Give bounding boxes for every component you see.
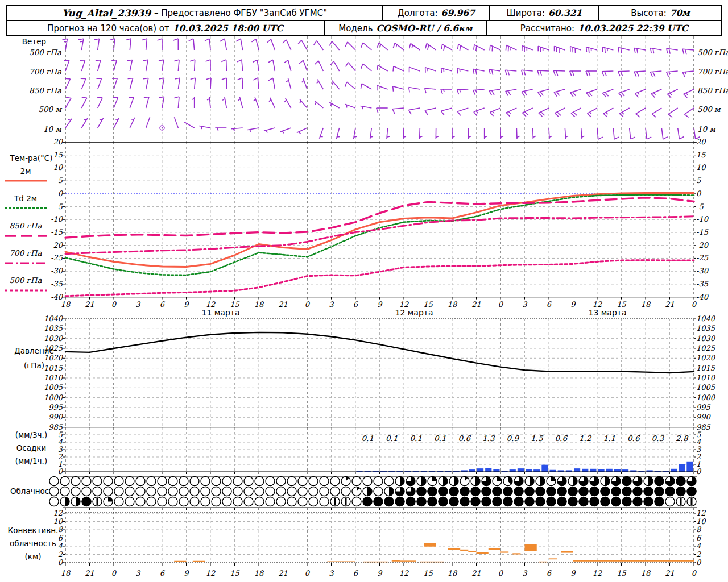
precip-3h-value: 1.5 bbox=[531, 434, 544, 443]
hour-label: 15 bbox=[617, 300, 626, 309]
precip-bar bbox=[485, 468, 491, 472]
pressure-tick-right: 1000 bbox=[696, 393, 716, 402]
precip-bar bbox=[671, 469, 677, 472]
pressure-tick-right: 995 bbox=[696, 403, 711, 411]
legend-label: 2м bbox=[20, 167, 31, 176]
bottom-hour-label: 9 bbox=[184, 569, 189, 577]
hour-label: 3 bbox=[329, 300, 334, 309]
precip-1h-label: (мм/1ч.) bbox=[15, 456, 47, 465]
convective-tick-right: 8 bbox=[696, 525, 702, 534]
bottom-hour-label: 21 bbox=[665, 569, 675, 577]
precip-3h-value: 1.3 bbox=[482, 434, 495, 443]
hour-label: 0 bbox=[111, 300, 117, 309]
meteogram-chart: Ветер500 гПа500 гПа700 гПа700 гПа850 гПа… bbox=[0, 0, 728, 582]
hour-label: 9 bbox=[184, 300, 189, 309]
pressure-tick-right: 1025 bbox=[696, 344, 715, 352]
bottom-hour-label: 12 bbox=[399, 569, 409, 577]
temp-tick-left: -10 bbox=[51, 215, 64, 223]
temp-panel-title: Тем-ра(°C) bbox=[9, 153, 52, 163]
hour-label: 18 bbox=[641, 300, 651, 309]
convective-tick-right: 0 bbox=[696, 558, 702, 567]
pressure-tick-left: 1040 bbox=[44, 314, 64, 323]
convective-block bbox=[549, 558, 557, 559]
convective-tick-right: 6 bbox=[696, 534, 702, 542]
convective-tick-left: 10 bbox=[53, 517, 63, 526]
pressure-tick-right: 1010 bbox=[696, 373, 716, 382]
precip-bar bbox=[582, 469, 588, 472]
pressure-tick-right: 1005 bbox=[696, 383, 715, 392]
precip-3h-value: 2.8 bbox=[676, 434, 689, 443]
convective-tick-right: 2 bbox=[696, 550, 701, 559]
precip-title: Осадки bbox=[16, 443, 47, 452]
bottom-hour-label: 6 bbox=[160, 569, 166, 577]
precip-bar bbox=[518, 468, 524, 472]
wind-level-label-right: 850 гПа bbox=[697, 86, 728, 95]
convective-block bbox=[477, 552, 489, 554]
convective-block bbox=[392, 560, 400, 562]
pressure-tick-left: 1020 bbox=[44, 354, 64, 362]
meteogram-page: Yug_Altai_23939 – Предоставлено ФГБУ "За… bbox=[0, 0, 728, 582]
pressure-tick-left: 1015 bbox=[44, 364, 63, 372]
precip-3h-value: 1.1 bbox=[603, 434, 615, 443]
hour-label: 6 bbox=[353, 300, 359, 309]
bottom-hour-label: 3 bbox=[329, 569, 334, 577]
wind-level-label-right: 10 м bbox=[697, 124, 716, 134]
bottom-hour-label: 9 bbox=[377, 569, 383, 577]
hour-label: 18 bbox=[254, 300, 264, 309]
precip-bar bbox=[598, 469, 605, 472]
temp-tick-left: 20 bbox=[53, 138, 63, 146]
legend-label: 850 гПа bbox=[10, 221, 43, 230]
bottom-hour-label: 3 bbox=[135, 569, 141, 577]
convective-tick-left: 4 bbox=[58, 542, 63, 550]
convective-block bbox=[489, 548, 500, 550]
precip-3h-value: 0.1 bbox=[434, 434, 446, 443]
precip-3h-value: 0.6 bbox=[555, 434, 568, 443]
convective-block bbox=[468, 551, 476, 552]
convective-block bbox=[525, 544, 537, 551]
hour-label: 6 bbox=[160, 300, 166, 309]
hour-label: 12 bbox=[206, 300, 216, 309]
convective-block bbox=[500, 551, 508, 552]
temp-tick-left: 10 bbox=[53, 163, 63, 172]
bottom-hour-label: 6 bbox=[547, 569, 552, 577]
bottom-hour-label: 15 bbox=[230, 569, 239, 577]
precip-bar bbox=[477, 468, 483, 472]
convective-block bbox=[539, 562, 547, 563]
precip-bar bbox=[686, 462, 693, 472]
pressure-tick-right: 1040 bbox=[696, 314, 716, 323]
pressure-tick-left: 995 bbox=[48, 403, 63, 411]
convective-block bbox=[512, 553, 520, 554]
date-label: 11 марта bbox=[201, 308, 239, 317]
bottom-hour-label: 15 bbox=[617, 569, 626, 577]
temp-tick-left: -15 bbox=[51, 228, 63, 236]
date-label: 12 марта bbox=[395, 308, 433, 317]
hour-label: 9 bbox=[377, 300, 383, 309]
convective-tick-left: 8 bbox=[58, 525, 64, 534]
hour-label: 21 bbox=[471, 300, 481, 309]
temp-tick-right: -30 bbox=[696, 267, 709, 275]
convective-tick-left: 2 bbox=[58, 550, 63, 559]
convective-label-1: Конвективн. bbox=[8, 526, 59, 535]
hour-label: 21 bbox=[85, 300, 94, 309]
legend-label: 500 гПа bbox=[10, 276, 43, 285]
convective-block bbox=[424, 543, 436, 547]
legend-label: Td 2м bbox=[14, 194, 37, 203]
convective-block bbox=[400, 560, 416, 562]
temp-tick-left: -20 bbox=[51, 241, 64, 250]
hour-label: 9 bbox=[570, 300, 576, 309]
pressure-tick-left: 1010 bbox=[44, 373, 64, 382]
convective-block bbox=[174, 561, 186, 562]
bottom-hour-label: 3 bbox=[522, 569, 528, 577]
temp-tick-left: 5 bbox=[58, 176, 63, 185]
pressure-unit-label: (гПа) bbox=[24, 361, 44, 370]
precip-bar bbox=[493, 469, 499, 472]
pressure-tick-left: 990 bbox=[48, 413, 64, 421]
precip-3h-value: 0.9 bbox=[507, 434, 520, 443]
precip-bar bbox=[541, 465, 548, 472]
precip-3h-value: 0.1 bbox=[386, 434, 398, 443]
hour-label: 15 bbox=[230, 300, 239, 309]
hour-label: 15 bbox=[423, 300, 433, 309]
convective-block bbox=[363, 562, 388, 563]
convective-tick-right: 4 bbox=[696, 542, 701, 550]
temp-tick-left: -35 bbox=[51, 280, 63, 288]
